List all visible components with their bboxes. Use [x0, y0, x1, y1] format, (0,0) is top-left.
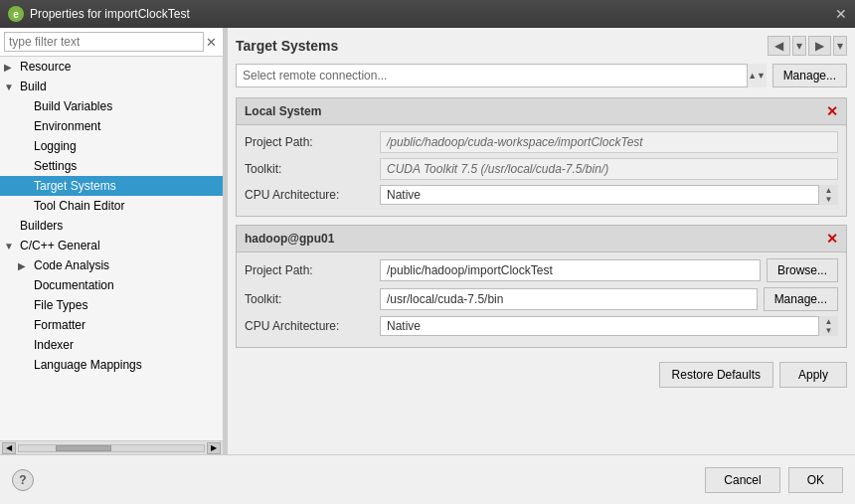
sidebar-item-label-c-cpp-general: C/C++ General — [20, 239, 100, 252]
tree-arrow-resource: ▶ — [4, 62, 16, 73]
local-cpu-arch-label: CPU Architecture: — [245, 188, 374, 202]
nav-forward-dropdown[interactable]: ▾ — [833, 36, 847, 56]
sidebar-item-label-documentation: Documentation — [34, 278, 114, 292]
sidebar-item-label-logging: Logging — [34, 139, 77, 153]
scroll-left-btn[interactable]: ◀ — [2, 442, 16, 454]
sidebar-item-label-environment: Environment — [34, 119, 100, 133]
tree-arrow-c-cpp-general: ▼ — [4, 241, 16, 252]
sidebar-item-label-resource: Resource — [20, 60, 71, 74]
title-bar-left: e Properties for importClockTest — [8, 6, 190, 22]
hadoop-cpu-arch-select-wrapper[interactable]: Native x86_64 x86 arm ▲▼ — [380, 316, 838, 336]
local-toolkit-row: Toolkit: CUDA Toolkit 7.5 (/usr/local/cu… — [245, 158, 838, 180]
hadoop-toolkit-row: Toolkit: Manage... — [245, 287, 838, 311]
sidebar-item-label-file-types: File Types — [34, 298, 87, 312]
filter-clear-button[interactable]: ✕ — [204, 35, 219, 50]
sidebar-item-build[interactable]: ▼Build — [0, 77, 223, 96]
hadoop-cpu-arch-row: CPU Architecture: Native x86_64 x86 arm … — [245, 316, 838, 336]
hadoop-cpu-arch-label: CPU Architecture: — [245, 319, 374, 333]
sidebar-item-label-language-mappings: Language Mappings — [34, 358, 142, 372]
hadoop-body: Project Path: Browse... Toolkit: Manage.… — [237, 252, 846, 347]
bottom-left: ? — [12, 469, 34, 491]
local-project-path-value: /public/hadoop/cuda-workspace/importCloc… — [380, 131, 838, 153]
ok-button[interactable]: OK — [788, 467, 843, 493]
hadoop-title: hadoop@gpu01 — [245, 232, 334, 246]
sidebar-item-tool-chain-editor[interactable]: Tool Chain Editor — [0, 196, 223, 216]
sidebar-item-label-formatter: Formatter — [34, 318, 86, 332]
local-project-path-label: Project Path: — [245, 135, 374, 149]
sidebar-scrollbar[interactable]: ◀ ▶ — [0, 440, 223, 454]
filter-input[interactable] — [4, 32, 204, 52]
sidebar-item-label-build-variables: Build Variables — [34, 99, 112, 113]
bottom-bar: ? Cancel OK — [0, 454, 855, 504]
connection-row: Select remote connection... ▲▼ Manage... — [236, 64, 847, 87]
local-system-section: Local System ✕ Project Path: /public/had… — [236, 97, 847, 217]
main-layout: ✕ ▶Resource▼BuildBuild VariablesEnvironm… — [0, 28, 855, 454]
local-toolkit-label: Toolkit: — [245, 162, 374, 176]
browse-button[interactable]: Browse... — [767, 258, 838, 282]
hadoop-close-button[interactable]: ✕ — [826, 232, 838, 246]
tree-arrow-code-analysis: ▶ — [18, 260, 30, 271]
local-system-header: Local System ✕ — [237, 98, 846, 125]
manage-button[interactable]: Manage... — [772, 64, 847, 87]
sidebar-filter: ✕ — [0, 28, 223, 57]
close-button[interactable]: ✕ — [835, 7, 847, 21]
local-project-path-row: Project Path: /public/hadoop/cuda-worksp… — [245, 131, 838, 153]
sidebar-item-language-mappings[interactable]: Language Mappings — [0, 355, 223, 375]
nav-back-dropdown[interactable]: ▾ — [792, 36, 806, 56]
local-cpu-arch-select-wrapper[interactable]: Native x86_64 x86 arm ▲▼ — [380, 185, 838, 205]
sidebar-item-c-cpp-general[interactable]: ▼C/C++ General — [0, 236, 223, 255]
hadoop-project-path-input[interactable] — [380, 259, 761, 281]
local-system-close-button[interactable]: ✕ — [826, 104, 838, 118]
connection-select-wrapper[interactable]: Select remote connection... ▲▼ — [236, 64, 767, 87]
sidebar-item-label-builders: Builders — [20, 219, 63, 233]
right-actions: Restore Defaults Apply — [236, 362, 847, 388]
local-toolkit-value: CUDA Toolkit 7.5 (/usr/local/cuda-7.5/bi… — [380, 158, 838, 180]
hadoop-project-path-row: Project Path: Browse... — [245, 258, 838, 282]
panel-header: Target Systems ◀ ▾ ▶ ▾ — [236, 36, 847, 56]
sidebar: ✕ ▶Resource▼BuildBuild VariablesEnvironm… — [0, 28, 224, 454]
sidebar-item-label-tool-chain-editor: Tool Chain Editor — [34, 199, 124, 213]
hadoop-toolkit-label: Toolkit: — [245, 292, 374, 306]
scroll-right-btn[interactable]: ▶ — [207, 442, 221, 454]
sidebar-item-code-analysis[interactable]: ▶Code Analysis — [0, 255, 223, 275]
sidebar-item-logging[interactable]: Logging — [0, 136, 223, 156]
sidebar-item-build-variables[interactable]: Build Variables — [0, 96, 223, 116]
sidebar-item-indexer[interactable]: Indexer — [0, 335, 223, 355]
app-icon: e — [8, 6, 24, 22]
bottom-right: Cancel OK — [705, 467, 843, 493]
hadoop-toolkit-input[interactable] — [380, 288, 758, 310]
local-system-title: Local System — [245, 104, 321, 118]
local-cpu-arch-select[interactable]: Native x86_64 x86 arm — [380, 185, 838, 205]
hadoop-section: hadoop@gpu01 ✕ Project Path: Browse... T… — [236, 225, 847, 348]
scroll-track[interactable] — [18, 444, 205, 452]
sidebar-tree[interactable]: ▶Resource▼BuildBuild VariablesEnvironmen… — [0, 57, 223, 440]
hadoop-manage-button[interactable]: Manage... — [764, 287, 838, 311]
nav-forward-button[interactable]: ▶ — [808, 36, 831, 56]
sidebar-item-formatter[interactable]: Formatter — [0, 315, 223, 335]
sidebar-item-label-code-analysis: Code Analysis — [34, 258, 109, 272]
sidebar-item-settings[interactable]: Settings — [0, 156, 223, 176]
sidebar-item-resource[interactable]: ▶Resource — [0, 57, 223, 77]
scroll-thumb — [56, 445, 111, 451]
title-bar: e Properties for importClockTest ✕ — [0, 0, 855, 28]
right-panel: Target Systems ◀ ▾ ▶ ▾ Select remote con… — [228, 28, 855, 454]
cancel-button[interactable]: Cancel — [705, 467, 779, 493]
help-button[interactable]: ? — [12, 469, 34, 491]
hadoop-cpu-arch-select[interactable]: Native x86_64 x86 arm — [380, 316, 838, 336]
sidebar-item-label-build: Build — [20, 80, 47, 93]
sidebar-item-label-target-systems: Target Systems — [34, 179, 116, 193]
connection-select[interactable]: Select remote connection... — [236, 64, 767, 87]
sidebar-item-label-settings: Settings — [34, 159, 77, 173]
window-title: Properties for importClockTest — [30, 7, 190, 21]
panel-title: Target Systems — [236, 38, 338, 54]
sidebar-item-environment[interactable]: Environment — [0, 116, 223, 136]
panel-nav: ◀ ▾ ▶ ▾ — [768, 36, 847, 56]
restore-defaults-button[interactable]: Restore Defaults — [659, 362, 773, 388]
hadoop-project-path-label: Project Path: — [245, 263, 374, 277]
nav-back-button[interactable]: ◀ — [768, 36, 790, 56]
sidebar-item-file-types[interactable]: File Types — [0, 295, 223, 315]
sidebar-item-target-systems[interactable]: Target Systems — [0, 176, 223, 196]
sidebar-item-builders[interactable]: Builders — [0, 216, 223, 236]
sidebar-item-documentation[interactable]: Documentation — [0, 275, 223, 295]
apply-button[interactable]: Apply — [779, 362, 847, 388]
